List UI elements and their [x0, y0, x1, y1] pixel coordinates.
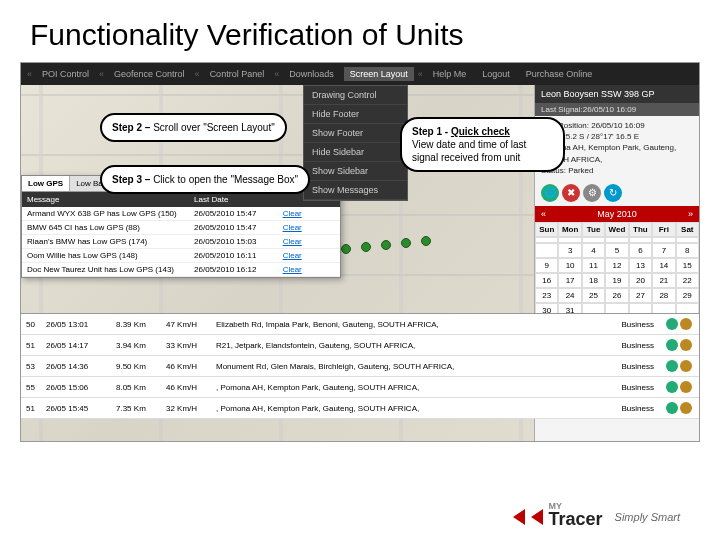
cal-day[interactable]: 9: [535, 258, 558, 273]
menu-controlpanel[interactable]: Control Panel: [204, 67, 271, 81]
msg-clear[interactable]: Clear: [278, 221, 340, 234]
msg-date: 26/05/2010 15:47: [189, 221, 278, 234]
calendar-grid: SunMonTueWedThuFriSat3456789101112131415…: [535, 222, 699, 318]
tab-lowgps[interactable]: Low GPS: [22, 176, 70, 191]
cal-dayhdr: Sat: [676, 222, 699, 237]
cal-day[interactable]: 12: [605, 258, 628, 273]
globe-icon[interactable]: [666, 360, 678, 372]
globe-icon[interactable]: [666, 318, 678, 330]
cal-day[interactable]: 24: [558, 288, 581, 303]
msg-row: Armand WYX 638 GP has Low GPS (150)26/05…: [22, 207, 340, 221]
cal-day[interactable]: 16: [535, 273, 558, 288]
gear-icon[interactable]: ⚙: [583, 184, 601, 202]
menu-help[interactable]: Help Me: [427, 67, 473, 81]
menu-poi[interactable]: POI Control: [36, 67, 95, 81]
callout-step3: Step 3 – Click to open the "Message Box": [100, 165, 310, 194]
footer-logo: MYTracer Simply Smart: [513, 504, 680, 530]
msg-clear[interactable]: Clear: [278, 263, 340, 276]
msg-text: Armand WYX 638 GP has Low GPS (150): [22, 207, 189, 220]
trip-row: 5126/05 15:457.35 Km32 Km/H, Pomona AH, …: [21, 398, 699, 419]
cal-day[interactable]: 5: [605, 243, 628, 258]
menu-downloads[interactable]: Downloads: [283, 67, 340, 81]
edit-icon[interactable]: [680, 318, 692, 330]
callout-step2: Step 2 – Scroll over "Screen Layout": [100, 113, 287, 142]
cal-day[interactable]: 28: [652, 288, 675, 303]
cal-day[interactable]: 22: [676, 273, 699, 288]
calendar-header: « May 2010 »: [535, 206, 699, 222]
logo-tagline: Simply Smart: [615, 511, 680, 523]
msg-header: MessageLast Date: [22, 192, 340, 207]
trip-row: 5026/05 13:018.39 Km47 Km/HElizabeth Rd,…: [21, 314, 699, 335]
stop-icon[interactable]: ✖: [562, 184, 580, 202]
edit-icon[interactable]: [680, 360, 692, 372]
cal-day[interactable]: 21: [652, 273, 675, 288]
logo-text: MYTracer: [549, 504, 603, 530]
top-menu: « POI Control « Geofence Control « Contr…: [21, 63, 699, 85]
cal-month: May 2010: [597, 209, 637, 219]
cal-day[interactable]: 18: [582, 273, 605, 288]
dd-drawing[interactable]: Drawing Control: [304, 86, 407, 105]
edit-icon[interactable]: [680, 339, 692, 351]
last-signal: Last Signal:26/05/10 16:09: [535, 103, 699, 116]
cal-day[interactable]: 10: [558, 258, 581, 273]
msg-date: 26/05/2010 16:12: [189, 263, 278, 276]
cal-dayhdr: Thu: [629, 222, 652, 237]
msg-text: Doc New Taurez Unit has Low GPS (143): [22, 263, 189, 276]
dd-hidesidebar[interactable]: Hide Sidebar: [304, 143, 407, 162]
cal-day[interactable]: 3: [558, 243, 581, 258]
cal-day[interactable]: 26: [605, 288, 628, 303]
cal-day[interactable]: 4: [582, 243, 605, 258]
msg-row: Oom Willie has Low GPS (148)26/05/2010 1…: [22, 249, 340, 263]
dd-showfooter[interactable]: Show Footer: [304, 124, 407, 143]
edit-icon[interactable]: [680, 402, 692, 414]
menu-sep: «: [27, 69, 32, 79]
menu-purchase[interactable]: Purchase Online: [520, 67, 599, 81]
cal-dayhdr: Sun: [535, 222, 558, 237]
dd-hidefooter[interactable]: Hide Footer: [304, 105, 407, 124]
globe-icon[interactable]: [666, 402, 678, 414]
msg-row: Doc New Taurez Unit has Low GPS (143)26/…: [22, 263, 340, 277]
cal-prev-icon[interactable]: «: [541, 209, 546, 219]
action-icons: 🌐 ✖ ⚙ ↻: [535, 180, 699, 206]
msg-date: 26/05/2010 15:03: [189, 235, 278, 248]
cal-next-icon[interactable]: »: [688, 209, 693, 219]
msg-clear[interactable]: Clear: [278, 249, 340, 262]
trip-row: 5126/05 14:173.94 Km33 Km/HR21, Jetpark,…: [21, 335, 699, 356]
trip-row: 5526/05 15:068.05 Km46 Km/H, Pomona AH, …: [21, 377, 699, 398]
cal-day[interactable]: 6: [629, 243, 652, 258]
globe-icon[interactable]: 🌐: [541, 184, 559, 202]
menu-geofence[interactable]: Geofence Control: [108, 67, 191, 81]
edit-icon[interactable]: [680, 381, 692, 393]
cal-day[interactable]: 15: [676, 258, 699, 273]
cal-day[interactable]: 8: [676, 243, 699, 258]
cal-day[interactable]: 17: [558, 273, 581, 288]
page-title: Functionality Verification of Units: [0, 0, 720, 62]
msg-date: 26/05/2010 16:11: [189, 249, 278, 262]
msg-row: Riaan's BMW has Low GPS (174)26/05/2010 …: [22, 235, 340, 249]
cal-day[interactable]: 19: [605, 273, 628, 288]
dd-showmsg[interactable]: Show Messages: [304, 181, 407, 200]
globe-icon[interactable]: [666, 381, 678, 393]
msg-clear[interactable]: Clear: [278, 235, 340, 248]
callout-step1: Step 1 - Quick check View date and time …: [400, 117, 565, 172]
cal-day[interactable]: 7: [652, 243, 675, 258]
cal-day[interactable]: 13: [629, 258, 652, 273]
cal-dayhdr: Mon: [558, 222, 581, 237]
refresh-icon[interactable]: ↻: [604, 184, 622, 202]
unit-name: Leon Booysen SSW 398 GP: [535, 85, 699, 103]
cal-day[interactable]: 14: [652, 258, 675, 273]
dd-showsidebar[interactable]: Show Sidebar: [304, 162, 407, 181]
cal-day[interactable]: 25: [582, 288, 605, 303]
cal-day[interactable]: 29: [676, 288, 699, 303]
cal-day[interactable]: 23: [535, 288, 558, 303]
cal-day[interactable]: 11: [582, 258, 605, 273]
globe-icon[interactable]: [666, 339, 678, 351]
chevron-icon: [513, 509, 525, 525]
cal-day[interactable]: 20: [629, 273, 652, 288]
screen-layout-dropdown: Drawing Control Hide Footer Show Footer …: [303, 85, 408, 201]
cal-dayhdr: Fri: [652, 222, 675, 237]
menu-screenlayout[interactable]: Screen Layout: [344, 67, 414, 81]
msg-clear[interactable]: Clear: [278, 207, 340, 220]
cal-day[interactable]: 27: [629, 288, 652, 303]
menu-logout[interactable]: Logout: [476, 67, 516, 81]
